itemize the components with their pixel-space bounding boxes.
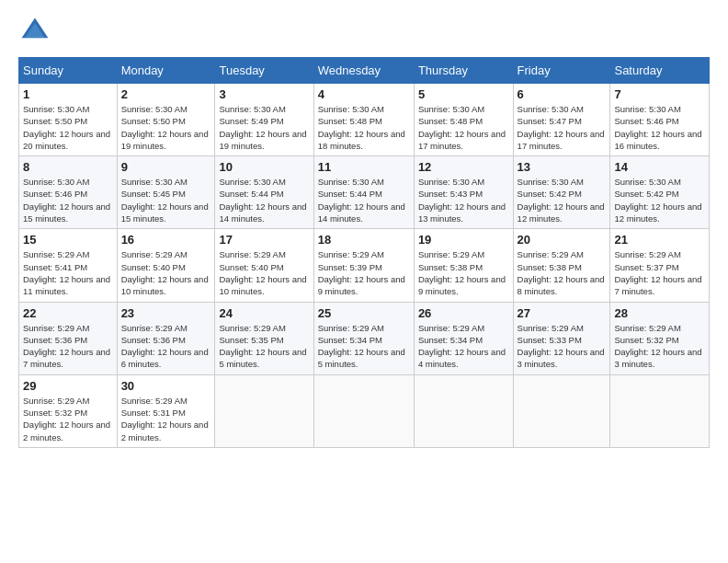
day-info: Sunrise: 5:29 AM Sunset: 5:39 PM Dayligh… (318, 248, 410, 297)
calendar-cell: 9 Sunrise: 5:30 AM Sunset: 5:45 PM Dayli… (117, 156, 215, 229)
day-number: 15 (23, 233, 113, 247)
day-info: Sunrise: 5:30 AM Sunset: 5:42 PM Dayligh… (518, 176, 607, 224)
day-info: Sunrise: 5:29 AM Sunset: 5:31 PM Dayligh… (121, 395, 211, 443)
calendar-cell: 23 Sunrise: 5:29 AM Sunset: 5:36 PM Dayl… (117, 302, 215, 374)
day-number: 29 (23, 379, 113, 393)
calendar-cell: 21 Sunrise: 5:29 AM Sunset: 5:37 PM Dayl… (610, 229, 710, 302)
calendar-cell: 27 Sunrise: 5:29 AM Sunset: 5:33 PM Dayl… (513, 302, 610, 374)
day-info: Sunrise: 5:30 AM Sunset: 5:50 PM Dayligh… (23, 103, 113, 152)
page: SundayMondayTuesdayWednesdayThursdayFrid… (0, 0, 728, 563)
day-info: Sunrise: 5:29 AM Sunset: 5:32 PM Dayligh… (23, 395, 113, 443)
day-info: Sunrise: 5:30 AM Sunset: 5:46 PM Dayligh… (23, 176, 113, 224)
calendar: SundayMondayTuesdayWednesdayThursdayFrid… (18, 57, 710, 448)
day-info: Sunrise: 5:29 AM Sunset: 5:36 PM Dayligh… (23, 322, 113, 371)
calendar-week-row: 8 Sunrise: 5:30 AM Sunset: 5:46 PM Dayli… (19, 156, 710, 229)
calendar-cell: 14 Sunrise: 5:30 AM Sunset: 5:42 PM Dayl… (610, 156, 710, 229)
calendar-cell (414, 374, 513, 447)
day-number: 24 (219, 306, 309, 320)
weekday-header-monday: Monday (117, 58, 215, 84)
day-number: 12 (418, 160, 509, 174)
day-number: 21 (614, 233, 705, 247)
day-info: Sunrise: 5:29 AM Sunset: 5:34 PM Dayligh… (318, 322, 410, 371)
day-number: 5 (418, 87, 509, 101)
day-number: 30 (121, 379, 211, 393)
calendar-cell: 2 Sunrise: 5:30 AM Sunset: 5:50 PM Dayli… (117, 84, 215, 156)
header (18, 15, 710, 48)
day-info: Sunrise: 5:29 AM Sunset: 5:34 PM Dayligh… (418, 322, 509, 371)
weekday-header-thursday: Thursday (414, 58, 513, 84)
calendar-cell: 5 Sunrise: 5:30 AM Sunset: 5:48 PM Dayli… (414, 84, 513, 156)
day-info: Sunrise: 5:29 AM Sunset: 5:32 PM Dayligh… (614, 322, 705, 371)
calendar-cell: 4 Sunrise: 5:30 AM Sunset: 5:48 PM Dayli… (313, 84, 414, 156)
day-info: Sunrise: 5:29 AM Sunset: 5:41 PM Dayligh… (23, 248, 113, 297)
calendar-cell: 25 Sunrise: 5:29 AM Sunset: 5:34 PM Dayl… (313, 302, 414, 374)
calendar-cell: 13 Sunrise: 5:30 AM Sunset: 5:42 PM Dayl… (513, 156, 610, 229)
day-number: 14 (614, 160, 705, 174)
day-number: 10 (219, 160, 309, 174)
day-info: Sunrise: 5:29 AM Sunset: 5:35 PM Dayligh… (219, 322, 309, 371)
calendar-cell: 11 Sunrise: 5:30 AM Sunset: 5:44 PM Dayl… (313, 156, 414, 229)
day-number: 20 (518, 233, 607, 247)
day-info: Sunrise: 5:30 AM Sunset: 5:47 PM Dayligh… (518, 103, 607, 152)
weekday-header-wednesday: Wednesday (313, 58, 414, 84)
logo (18, 15, 57, 48)
day-info: Sunrise: 5:30 AM Sunset: 5:42 PM Dayligh… (614, 176, 705, 224)
calendar-cell: 26 Sunrise: 5:29 AM Sunset: 5:34 PM Dayl… (414, 302, 513, 374)
day-number: 4 (318, 87, 410, 101)
calendar-cell (610, 374, 710, 447)
day-number: 7 (614, 87, 705, 101)
calendar-cell: 8 Sunrise: 5:30 AM Sunset: 5:46 PM Dayli… (19, 156, 118, 229)
calendar-cell: 12 Sunrise: 5:30 AM Sunset: 5:43 PM Dayl… (414, 156, 513, 229)
day-number: 23 (121, 306, 211, 320)
weekday-header-saturday: Saturday (610, 58, 710, 84)
day-info: Sunrise: 5:29 AM Sunset: 5:33 PM Dayligh… (518, 322, 607, 371)
day-number: 2 (121, 87, 211, 101)
calendar-cell: 10 Sunrise: 5:30 AM Sunset: 5:44 PM Dayl… (215, 156, 313, 229)
calendar-cell: 18 Sunrise: 5:29 AM Sunset: 5:39 PM Dayl… (313, 229, 414, 302)
calendar-cell: 19 Sunrise: 5:29 AM Sunset: 5:38 PM Dayl… (414, 229, 513, 302)
day-number: 11 (318, 160, 410, 174)
logo-icon (18, 15, 51, 48)
day-info: Sunrise: 5:29 AM Sunset: 5:36 PM Dayligh… (121, 322, 211, 371)
day-number: 25 (318, 306, 410, 320)
calendar-cell (215, 374, 313, 447)
calendar-cell (513, 374, 610, 447)
day-number: 27 (518, 306, 607, 320)
day-number: 3 (219, 87, 309, 101)
calendar-cell: 15 Sunrise: 5:29 AM Sunset: 5:41 PM Dayl… (19, 229, 118, 302)
day-number: 1 (23, 87, 113, 101)
day-info: Sunrise: 5:30 AM Sunset: 5:45 PM Dayligh… (121, 176, 211, 224)
weekday-header-friday: Friday (513, 58, 610, 84)
day-number: 8 (23, 160, 113, 174)
day-info: Sunrise: 5:29 AM Sunset: 5:40 PM Dayligh… (219, 248, 309, 297)
day-info: Sunrise: 5:29 AM Sunset: 5:38 PM Dayligh… (418, 248, 509, 297)
day-info: Sunrise: 5:30 AM Sunset: 5:44 PM Dayligh… (318, 176, 410, 224)
weekday-header-tuesday: Tuesday (215, 58, 313, 84)
day-info: Sunrise: 5:29 AM Sunset: 5:38 PM Dayligh… (518, 248, 607, 297)
day-info: Sunrise: 5:30 AM Sunset: 5:49 PM Dayligh… (219, 103, 309, 152)
day-number: 6 (518, 87, 607, 101)
day-number: 28 (614, 306, 705, 320)
day-info: Sunrise: 5:29 AM Sunset: 5:37 PM Dayligh… (614, 248, 705, 297)
calendar-cell: 16 Sunrise: 5:29 AM Sunset: 5:40 PM Dayl… (117, 229, 215, 302)
day-info: Sunrise: 5:30 AM Sunset: 5:48 PM Dayligh… (318, 103, 410, 152)
day-info: Sunrise: 5:30 AM Sunset: 5:50 PM Dayligh… (121, 103, 211, 152)
day-info: Sunrise: 5:30 AM Sunset: 5:44 PM Dayligh… (219, 176, 309, 224)
calendar-week-row: 1 Sunrise: 5:30 AM Sunset: 5:50 PM Dayli… (19, 84, 710, 156)
calendar-cell: 7 Sunrise: 5:30 AM Sunset: 5:46 PM Dayli… (610, 84, 710, 156)
calendar-cell: 6 Sunrise: 5:30 AM Sunset: 5:47 PM Dayli… (513, 84, 610, 156)
day-number: 22 (23, 306, 113, 320)
day-number: 16 (121, 233, 211, 247)
day-number: 19 (418, 233, 509, 247)
calendar-week-row: 29 Sunrise: 5:29 AM Sunset: 5:32 PM Dayl… (19, 374, 710, 447)
day-number: 17 (219, 233, 309, 247)
calendar-cell: 20 Sunrise: 5:29 AM Sunset: 5:38 PM Dayl… (513, 229, 610, 302)
calendar-week-row: 15 Sunrise: 5:29 AM Sunset: 5:41 PM Dayl… (19, 229, 710, 302)
calendar-cell: 17 Sunrise: 5:29 AM Sunset: 5:40 PM Dayl… (215, 229, 313, 302)
calendar-cell: 3 Sunrise: 5:30 AM Sunset: 5:49 PM Dayli… (215, 84, 313, 156)
day-info: Sunrise: 5:29 AM Sunset: 5:40 PM Dayligh… (121, 248, 211, 297)
day-number: 26 (418, 306, 509, 320)
weekday-header-sunday: Sunday (19, 58, 118, 84)
day-number: 9 (121, 160, 211, 174)
calendar-cell: 29 Sunrise: 5:29 AM Sunset: 5:32 PM Dayl… (19, 374, 118, 447)
